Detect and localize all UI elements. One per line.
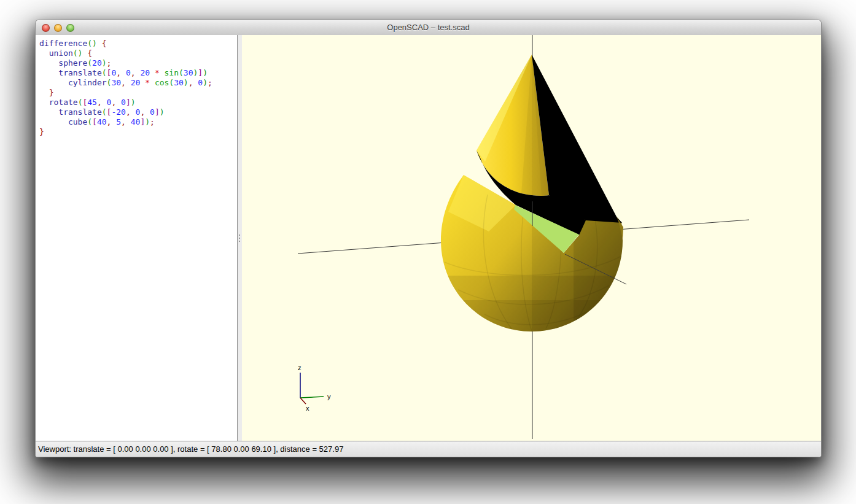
code-line: translate([-20, 0, 0]) [39, 107, 237, 117]
viewport-status-text: Viewport: translate = [ 0.00 0.00 0.00 ]… [38, 444, 343, 454]
code-line: translate([0, 0, 20 * sin(30)]) [39, 68, 237, 78]
code-line: } [39, 127, 237, 137]
code-line: cube([40, 5, 40]); [39, 117, 237, 127]
indicator-x-label: x [306, 405, 309, 412]
pane-splitter[interactable] [237, 35, 242, 441]
axis-indicator: z y x [298, 364, 331, 412]
main-content: difference() { union() { sphere(20); tra… [36, 35, 821, 441]
window-title: OpenSCAD – test.scad [36, 20, 821, 35]
indicator-y-axis [300, 397, 324, 398]
splitter-grip-icon [238, 234, 241, 242]
code-line: cylinder(30, 20 * cos(30), 0); [39, 78, 237, 88]
indicator-y-label: y [327, 393, 331, 400]
code-line: difference() { [39, 39, 237, 48]
title-bar[interactable]: OpenSCAD – test.scad [36, 20, 821, 36]
screenshot-canvas: { "window": { "title": "OpenSCAD – test.… [0, 0, 856, 504]
code-line: } [39, 88, 237, 98]
3d-render: z y x [242, 35, 821, 441]
code-editor[interactable]: difference() { union() { sphere(20); tra… [36, 35, 237, 441]
code-line: union() { [39, 48, 237, 58]
status-bar: Viewport: translate = [ 0.00 0.00 0.00 ]… [36, 441, 821, 457]
indicator-x-axis [300, 398, 306, 404]
code-line: rotate([45, 0, 0]) [39, 98, 237, 107]
3d-viewport[interactable]: z y x [242, 35, 821, 441]
code-line: sphere(20); [39, 58, 237, 68]
openscad-window: OpenSCAD – test.scad difference() { unio… [35, 20, 822, 457]
indicator-z-label: z [298, 364, 302, 371]
